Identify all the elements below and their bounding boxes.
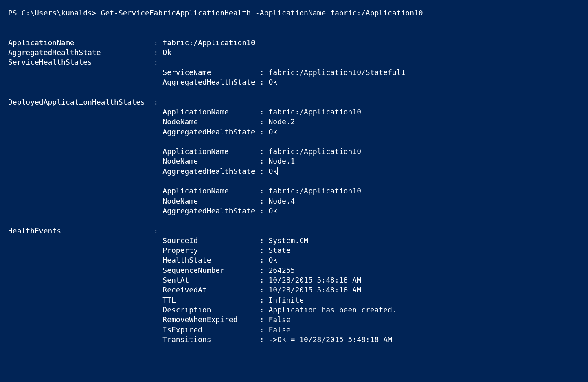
command-text: Get-ServiceFabricApplicationHealth -Appl… bbox=[101, 9, 423, 17]
he-receivedat-value: 10/28/2015 5:48:18 AM bbox=[268, 285, 361, 294]
he-sentat-value: 10/28/2015 5:48:18 AM bbox=[268, 276, 361, 284]
he-isexpired-value: False bbox=[268, 325, 290, 334]
he-description-label: Description bbox=[162, 305, 255, 314]
dep1-node-value: Node.1 bbox=[268, 157, 295, 165]
he-removewhen-label: RemoveWhenExpired bbox=[162, 315, 255, 324]
he-healthstate-label: HealthState bbox=[162, 256, 255, 264]
prop-deployed-label: DeployedApplicationHealthStates bbox=[8, 98, 149, 106]
he-receivedat-label: ReceivedAt bbox=[162, 285, 255, 294]
dep2-app-label: ApplicationName bbox=[162, 187, 255, 195]
sub-servagg-label: AggregatedHealthState bbox=[162, 78, 255, 86]
he-ttl-label: TTL bbox=[162, 296, 255, 304]
prop-appname-label: ApplicationName bbox=[8, 38, 149, 47]
he-seqnum-label: SequenceNumber bbox=[162, 266, 255, 274]
he-sourceid-label: SourceId bbox=[162, 236, 255, 245]
he-property-label: Property bbox=[162, 246, 255, 255]
dep2-node-label: NodeName bbox=[162, 197, 255, 205]
dep1-app-value: fabric:/Application10 bbox=[268, 147, 361, 156]
he-seqnum-value: 264255 bbox=[268, 266, 295, 274]
sub-servname-label: ServiceName bbox=[162, 68, 255, 77]
terminal-output[interactable]: PS C:\Users\kunalds> Get-ServiceFabricAp… bbox=[8, 8, 580, 345]
prompt-text: PS C:\Users\kunalds> bbox=[8, 9, 101, 17]
dep0-app-label: ApplicationName bbox=[162, 108, 255, 116]
cursor-icon bbox=[277, 167, 278, 175]
dep1-node-label: NodeName bbox=[162, 157, 255, 165]
sub-servname-value: fabric:/Application10/Stateful1 bbox=[268, 68, 405, 77]
dep0-agg-label: AggregatedHealthState bbox=[162, 127, 255, 136]
sub-servagg-value: Ok bbox=[268, 78, 277, 86]
dep2-agg-label: AggregatedHealthState bbox=[162, 206, 255, 215]
he-transitions-value: ->Ok = 10/28/2015 5:48:18 AM bbox=[268, 335, 392, 344]
dep1-agg-value: Ok bbox=[268, 167, 277, 176]
he-isexpired-label: IsExpired bbox=[162, 325, 255, 334]
he-description-value: Application has been created. bbox=[268, 305, 396, 314]
dep2-node-value: Node.4 bbox=[268, 197, 295, 205]
he-removewhen-value: False bbox=[268, 315, 290, 324]
prop-healthevents-label: HealthEvents bbox=[8, 226, 149, 235]
dep0-node-label: NodeName bbox=[162, 117, 255, 126]
he-property-value: State bbox=[268, 246, 290, 255]
dep0-app-value: fabric:/Application10 bbox=[268, 108, 361, 116]
he-ttl-value: Infinite bbox=[268, 296, 304, 304]
dep2-app-value: fabric:/Application10 bbox=[268, 187, 361, 195]
he-transitions-label: Transitions bbox=[162, 335, 255, 344]
dep2-agg-value: Ok bbox=[268, 206, 277, 215]
dep0-agg-value: Ok bbox=[268, 127, 277, 136]
he-healthstate-value: Ok bbox=[268, 256, 277, 264]
prop-aggstate-value: Ok bbox=[162, 48, 171, 57]
prop-servicehealth-label: ServiceHealthStates bbox=[8, 58, 149, 66]
dep0-node-value: Node.2 bbox=[268, 117, 295, 126]
he-sourceid-value: System.CM bbox=[268, 236, 308, 245]
he-sentat-label: SentAt bbox=[162, 276, 255, 284]
prop-aggstate-label: AggregatedHealthState bbox=[8, 48, 149, 57]
prop-appname-value: fabric:/Application10 bbox=[162, 38, 255, 47]
dep1-app-label: ApplicationName bbox=[162, 147, 255, 156]
dep1-agg-label: AggregatedHealthState bbox=[162, 167, 255, 176]
